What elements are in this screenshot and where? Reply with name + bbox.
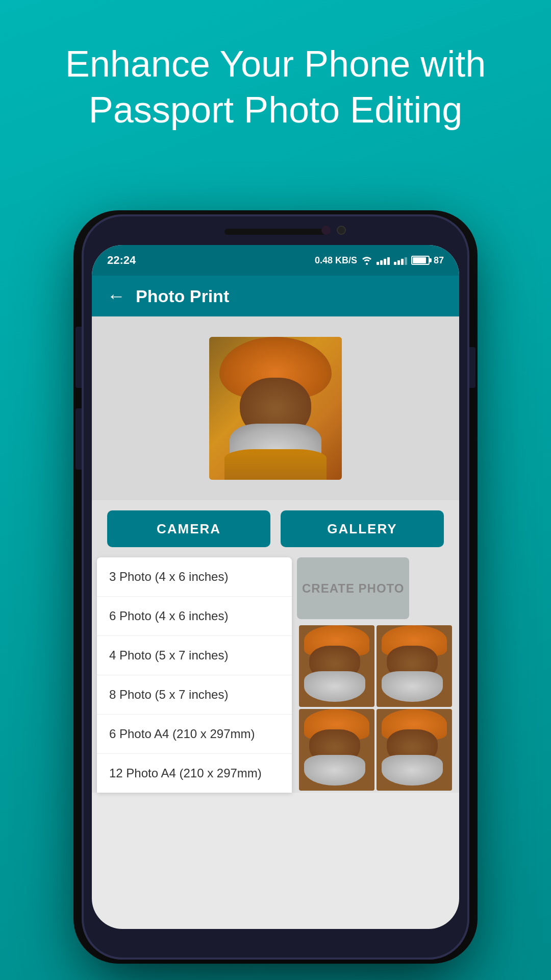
phone-camera-right <box>337 226 346 235</box>
back-button[interactable]: ← <box>107 285 126 307</box>
thumbnail-2 <box>377 625 452 707</box>
thumbnail-4 <box>377 709 452 791</box>
phone-camera-left <box>321 226 331 235</box>
portrait <box>209 337 342 480</box>
photo-area <box>92 316 459 500</box>
dropdown-item-3[interactable]: 8 Photo (5 x 7 inches) <box>97 675 292 715</box>
headline: Enhance Your Phone with Passport Photo E… <box>0 0 551 153</box>
screen-title: Photo Print <box>136 286 229 306</box>
phone-mockup: 22:24 0.48 KB/S <box>82 214 469 960</box>
gallery-button[interactable]: GALLERY <box>281 510 444 547</box>
status-time: 22:24 <box>107 254 136 267</box>
main-photo <box>209 337 342 480</box>
phone-speaker <box>224 229 327 235</box>
screen-content: CAMERA GALLERY 3 Photo (4 x 6 inches) 6 … <box>92 316 459 793</box>
action-buttons-row: CAMERA GALLERY <box>92 500 459 557</box>
wifi-icon <box>361 256 372 265</box>
signal-bars-2 <box>394 256 407 265</box>
dropdown-item-0[interactable]: 3 Photo (4 x 6 inches) <box>97 557 292 597</box>
dropdown-item-1[interactable]: 6 Photo (4 x 6 inches) <box>97 597 292 636</box>
create-photo-button[interactable]: CREATE PHOTO <box>297 557 409 619</box>
shirt <box>224 449 327 480</box>
thumbnail-grid <box>297 623 454 793</box>
dropdown-item-4[interactable]: 6 Photo A4 (210 x 297mm) <box>97 715 292 754</box>
battery-pct: 87 <box>434 255 444 266</box>
signal-bars-1 <box>377 256 390 265</box>
battery-icon <box>411 256 430 265</box>
thumbnail-3 <box>299 709 374 791</box>
status-right: 0.48 KB/S <box>315 255 444 266</box>
phone-shell: 22:24 0.48 KB/S <box>82 214 469 960</box>
photo-size-dropdown: 3 Photo (4 x 6 inches) 6 Photo (4 x 6 in… <box>97 557 292 793</box>
dropdown-item-2[interactable]: 4 Photo (5 x 7 inches) <box>97 636 292 675</box>
dropdown-create-row: 3 Photo (4 x 6 inches) 6 Photo (4 x 6 in… <box>92 557 459 793</box>
data-speed: 0.48 KB/S <box>315 255 357 266</box>
thumbnail-1 <box>299 625 374 707</box>
status-bar: 22:24 0.48 KB/S <box>92 245 459 276</box>
phone-screen: 22:24 0.48 KB/S <box>92 245 459 929</box>
camera-button[interactable]: CAMERA <box>107 510 270 547</box>
dropdown-item-5[interactable]: 12 Photo A4 (210 x 297mm) <box>97 754 292 793</box>
app-bar: ← Photo Print <box>92 276 459 316</box>
